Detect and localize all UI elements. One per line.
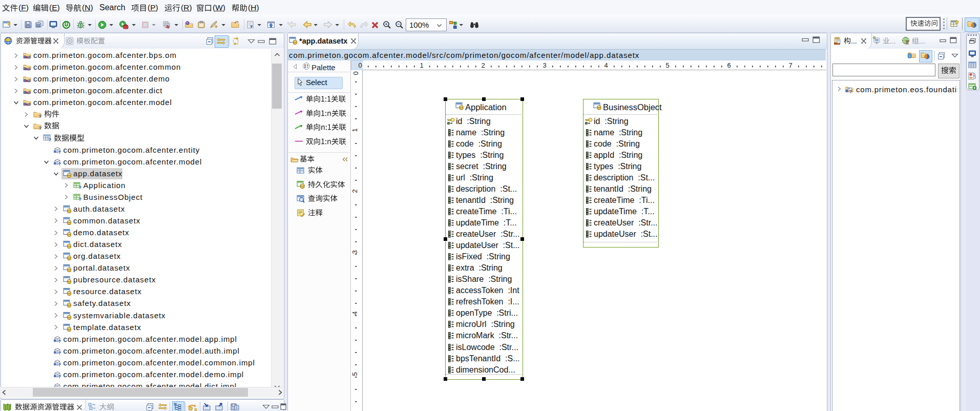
- svg-text:1: 1: [420, 61, 423, 69]
- svg-text:6: 6: [727, 61, 731, 69]
- svg-text:?: ?: [849, 89, 852, 94]
- svg-text:?: ?: [58, 339, 61, 344]
- svg-text:?: ?: [38, 126, 41, 131]
- svg-text:?: ?: [58, 150, 61, 155]
- svg-text:3: 3: [543, 61, 546, 69]
- svg-text:?: ?: [78, 197, 81, 201]
- svg-text:1: 1: [351, 128, 359, 132]
- svg-text:5: 5: [351, 372, 359, 376]
- svg-text:4: 4: [604, 61, 608, 69]
- svg-text:0: 0: [352, 71, 360, 75]
- svg-text:?: ?: [58, 161, 61, 167]
- svg-text:5: 5: [665, 61, 669, 69]
- svg-text:4: 4: [351, 311, 359, 315]
- svg-text:?: ?: [58, 351, 61, 356]
- svg-text:?: ?: [38, 114, 41, 119]
- svg-text:?: ?: [58, 374, 61, 379]
- svg-text:7: 7: [788, 61, 792, 69]
- svg-text:3: 3: [351, 250, 359, 254]
- svg-text:?: ?: [58, 362, 61, 367]
- svg-text:?: ?: [49, 137, 52, 142]
- svg-text:2: 2: [351, 189, 359, 193]
- svg-text:2: 2: [481, 61, 485, 69]
- svg-text:?: ?: [78, 185, 81, 190]
